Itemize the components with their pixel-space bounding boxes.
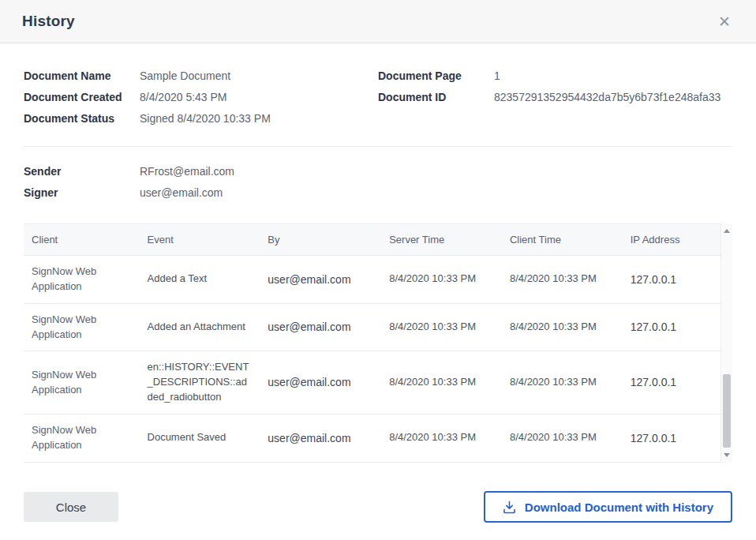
- cell-client: SignNow Web Application: [24, 414, 140, 462]
- history-table-header: Client Event By Server Time Client Time …: [24, 224, 732, 256]
- sender-row: Sender RFrost@email.com: [24, 165, 732, 178]
- column-header-client-time: Client Time: [502, 224, 623, 256]
- cell-ip-address: 127.0.0.1: [623, 303, 732, 351]
- cell-client: SignNow Web Application: [24, 256, 140, 304]
- column-header-client: Client: [24, 224, 140, 256]
- cell-ip-address: 127.0.0.1: [623, 256, 732, 304]
- document-info-left-column: Document Name Sample Document Document C…: [24, 69, 378, 133]
- document-id-value: 82357291352954432da7b5y6b73f1e248afa33: [494, 91, 724, 103]
- document-status-row: Document Status Signed 8/4/2020 10:33 PM: [24, 112, 378, 125]
- cell-client-time: 8/4/2020 10:33 PM: [502, 256, 623, 304]
- document-name-row: Document Name Sample Document: [24, 69, 378, 82]
- signer-row: Signer user@email.com: [24, 186, 732, 199]
- document-page-value: 1: [494, 69, 503, 82]
- document-id-row: Document ID 82357291352954432da7b5y6b73f…: [378, 91, 732, 103]
- modal-footer: Close Download Document with History: [0, 477, 756, 540]
- cell-server-time: 8/4/2020 10:33 PM: [381, 256, 502, 304]
- close-icon[interactable]: ✕: [715, 11, 734, 32]
- scrollbar-down-arrow-icon[interactable]: [721, 449, 732, 461]
- cell-client: SignNow Web Application: [24, 351, 140, 414]
- cell-server-time: 8/4/2020 10:33 PM: [381, 414, 502, 462]
- cell-ip-address: 127.0.0.1: [623, 351, 732, 414]
- document-info-section: Document Name Sample Document Document C…: [24, 43, 732, 138]
- sender-label: Sender: [24, 165, 140, 178]
- cell-by: user@email.com: [260, 351, 381, 414]
- download-button-label: Download Document with History: [525, 501, 713, 514]
- download-document-button[interactable]: Download Document with History: [484, 491, 732, 523]
- column-header-ip-address: IP Address: [623, 224, 732, 256]
- sender-value: RFrost@email.com: [140, 165, 238, 178]
- document-status-label: Document Status: [24, 112, 140, 125]
- cell-event: Added an Attachment: [140, 303, 260, 351]
- cell-event: en::HISTORY::EVENT_DESCRIPTIONS::added_r…: [140, 351, 260, 414]
- column-header-by: By: [260, 224, 381, 256]
- close-button[interactable]: Close: [24, 492, 118, 522]
- document-id-label: Document ID: [378, 91, 494, 103]
- modal-header: History ✕: [0, 0, 756, 43]
- history-table: Client Event By Server Time Client Time …: [24, 223, 732, 463]
- document-page-label: Document Page: [378, 69, 494, 82]
- cell-ip-address: 127.0.0.1: [623, 414, 732, 462]
- document-info-right-column: Document Page 1 Document ID 823572913529…: [378, 69, 732, 133]
- document-name-value: Sample Document: [140, 69, 234, 82]
- document-name-label: Document Name: [24, 69, 140, 82]
- document-page-row: Document Page 1: [378, 69, 732, 82]
- column-header-server-time: Server Time: [381, 224, 502, 256]
- cell-client: SignNow Web Application: [24, 303, 140, 351]
- history-table-container: Client Event By Server Time Client Time …: [24, 223, 732, 463]
- cell-event: Added a Text: [140, 256, 260, 304]
- modal-body: Document Name Sample Document Document C…: [0, 43, 756, 477]
- column-header-event: Event: [140, 224, 260, 256]
- cell-event: Document Saved: [140, 414, 260, 462]
- cell-by: user@email.com: [260, 414, 381, 462]
- table-row: SignNow Web Application Document Saved u…: [24, 414, 732, 462]
- document-status-value: Signed 8/4/2020 10:33 PM: [140, 112, 274, 125]
- table-row: SignNow Web Application en::HISTORY::EVE…: [24, 351, 732, 414]
- cell-client-time: 8/4/2020 10:33 PM: [502, 303, 623, 351]
- document-created-value: 8/4/2020 5:43 PM: [140, 91, 230, 103]
- parties-section: Sender RFrost@email.com Signer user@emai…: [24, 147, 732, 223]
- history-modal: History ✕ Document Name Sample Document …: [0, 0, 756, 540]
- signer-label: Signer: [24, 186, 140, 199]
- cell-client-time: 8/4/2020 10:33 PM: [502, 414, 623, 462]
- cell-by: user@email.com: [260, 256, 381, 304]
- document-created-row: Document Created 8/4/2020 5:43 PM: [24, 91, 378, 103]
- cell-client-time: 8/4/2020 10:33 PM: [502, 351, 623, 414]
- table-row: SignNow Web Application Added a Text use…: [24, 256, 732, 304]
- cell-server-time: 8/4/2020 10:33 PM: [381, 351, 502, 414]
- download-icon: [503, 501, 516, 514]
- scrollbar-thumb[interactable]: [723, 374, 731, 448]
- cell-by: user@email.com: [260, 303, 381, 351]
- page-title: History: [22, 13, 75, 30]
- vertical-scrollbar[interactable]: [720, 223, 732, 463]
- signer-value: user@email.com: [140, 186, 226, 199]
- scrollbar-up-arrow-icon[interactable]: [721, 225, 732, 237]
- cell-server-time: 8/4/2020 10:33 PM: [381, 303, 502, 351]
- document-created-label: Document Created: [24, 91, 140, 103]
- table-row: SignNow Web Application Added an Attachm…: [24, 303, 732, 351]
